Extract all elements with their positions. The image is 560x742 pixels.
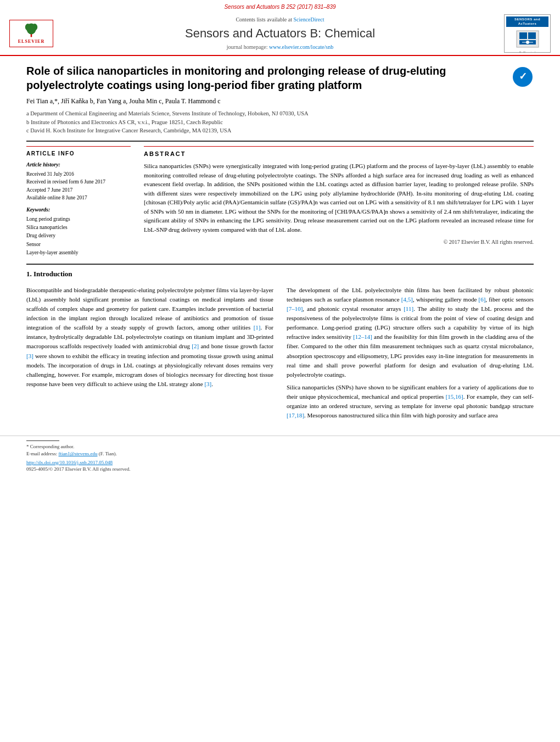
article-title: Role of silica nanoparticles in monitori… [26,64,512,92]
keywords-title: Keywords: [26,206,131,214]
page-footer: * Corresponding author. E-mail address: … [0,436,560,478]
issn-line: 0925-4005/© 2017 Elsevier B.V. All right… [26,466,534,473]
abstract-title: ABSTRACT [144,150,534,158]
body-columns: Biocompatible and biodegradable therapeu… [26,286,534,423]
doi-link[interactable]: http://dx.doi.org/10.1016/j.snb.2017.05.… [26,459,534,466]
svg-point-8 [526,41,529,44]
email-name-paren: (F. Tian). [99,451,117,456]
journal-homepage: journal homepage: www.elsevier.com/locat… [67,43,493,51]
ref-1516-link[interactable]: [15,16] [446,393,463,400]
ref-6-link[interactable]: [6] [479,296,486,303]
history-received: Received 31 July 2016 [26,170,131,178]
title-section: Role of silica nanoparticles in monitori… [26,64,534,92]
ref-1-link[interactable]: [1] [254,324,261,331]
ref-2-link[interactable]: [2] [192,343,199,349]
section1-heading: 1. Introduction [26,269,534,279]
journal-title-area: Contents lists available at ScienceDirec… [56,16,504,51]
sensors-graphic-icon [514,28,541,50]
ref-3-link[interactable]: [3] [26,353,33,359]
authors-line: Fei Tian a,*, Jiří Kaňka b, Fan Yang a, … [26,97,534,106]
article-info: ARTICLE INFO Article history: Received 3… [26,146,131,257]
keyword-5: Layer-by-layer assembly [26,249,131,257]
col-right: The development of the LbL polyelectroly… [287,286,534,423]
info-abstract: ARTICLE INFO Article history: Received 3… [26,146,534,257]
svg-point-3 [32,24,37,31]
keyword-4: Sensor [26,241,131,249]
ref-1718-link[interactable]: [17,18] [287,412,304,419]
affiliation-2: b Institute of Photonics and Electronics… [26,118,534,127]
crossmark-icon: ✓ [513,67,533,87]
ref-45-link[interactable]: [4,5] [401,296,413,303]
ref-11-link[interactable]: [11] [404,305,413,312]
svg-rect-6 [528,32,536,39]
elsevier-logo: ELSEVIER [9,20,53,47]
authors-text: Fei Tian a,*, Jiří Kaňka b, Fan Yang a, … [26,97,221,105]
ref-1214-link[interactable]: [12–14] [353,333,372,340]
corresponding-note: * Corresponding author. [26,443,534,451]
section-divider [26,264,534,265]
sensors-graphic [506,27,548,51]
footnote-divider [26,440,59,441]
journal-title: Sensors and Actuators B: Chemical [67,25,493,42]
sensors-top-bar: SENSORS andAcTuators [506,16,548,27]
history-accepted: Accepted 7 June 2017 [26,186,131,194]
elsevier-text: ELSEVIER [18,38,44,44]
email-link[interactable]: ftian1@stevens.edu [58,451,97,456]
elsevier-tree-icon [20,22,42,37]
intro-col-left-1: Biocompatible and biodegradable therapeu… [26,286,273,389]
journal-ref: Sensors and Actuators B 252 (2017) 831–8… [224,4,335,10]
col-left: Biocompatible and biodegradable therapeu… [26,286,273,423]
crossmark-logo: ✓ [512,66,534,88]
svg-rect-5 [519,32,527,39]
header-main: ELSEVIER Contents lists available at Sci… [0,12,560,55]
contents-note: Contents lists available at ScienceDirec… [67,16,493,24]
abstract-section: ABSTRACT Silica nanoparticles (SNPs) wer… [144,146,534,257]
affiliation-3: c David H. Koch Institute for Integrativ… [26,126,534,135]
sensors-logo: SENSORS andAcTuators [504,14,551,53]
intro-col-right-2: Silica nanoparticles (SNPs) have shown t… [287,383,534,420]
sensors-bottom-text: B: Chemical [519,51,536,53]
email-line: E-mail address: ftian1@stevens.edu (F. T… [26,450,534,458]
sensors-logo-area: SENSORS andAcTuators [504,14,553,53]
keyword-1: Long period gratings [26,215,131,224]
journal-homepage-link[interactable]: www.elsevier.com/locate/snb [269,44,333,50]
keywords-section: Keywords: Long period gratings Silica na… [26,206,131,257]
ref-3b-link[interactable]: [3] [204,381,211,387]
affiliation-1: a Department of Chemical Engineering and… [26,109,534,118]
page: Sensors and Actuators B 252 (2017) 831–8… [0,0,560,742]
abstract-copyright: © 2017 Elsevier B.V. All rights reserved… [144,238,534,246]
affiliations: a Department of Chemical Engineering and… [26,109,534,135]
ref-710-link[interactable]: [7–10] [287,305,303,312]
abstract-text: Silica nanoparticles (SNPs) were synergi… [144,161,534,234]
keyword-3: Drug delivery [26,232,131,240]
journal-header: Sensors and Actuators B 252 (2017) 831–8… [0,0,560,56]
intro-col-right-1: The development of the LbL polyelectroly… [287,286,534,379]
history-online: Available online 8 June 2017 [26,194,131,202]
keyword-2: Silica nanoparticles [26,224,131,232]
svg-point-2 [25,24,31,31]
history-revised: Received in revised form 6 June 2017 [26,178,131,186]
sciencedirect-link[interactable]: ScienceDirect [293,16,324,23]
elsevier-logo-area: ELSEVIER [7,20,56,47]
article-content: Role of silica nanoparticles in monitori… [0,56,560,431]
article-info-title: ARTICLE INFO [26,150,131,158]
thick-divider [26,141,534,142]
history-label: Article history: [26,161,131,169]
